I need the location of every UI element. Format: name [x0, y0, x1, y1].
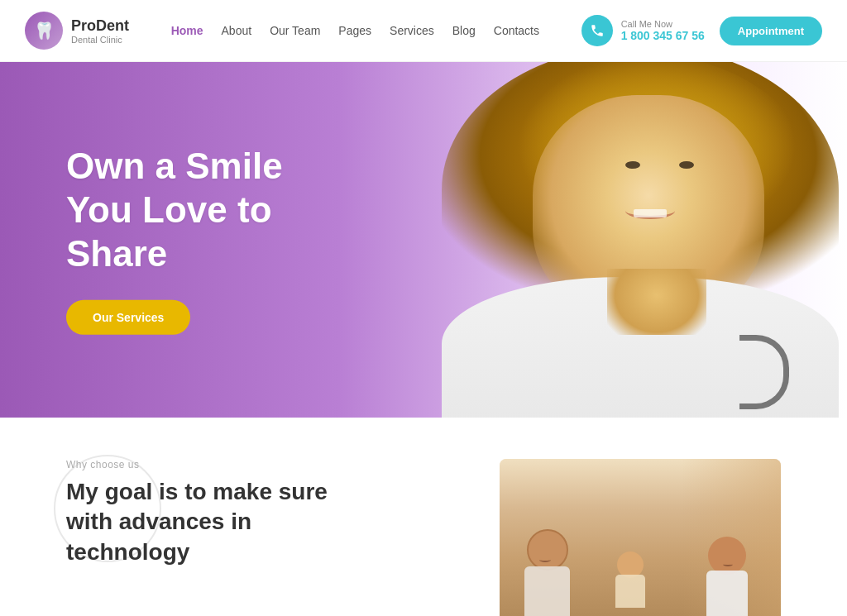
hero-title-line1: Own a Smile: [66, 146, 283, 186]
hero-title-line2: You Love to: [66, 189, 272, 230]
hero-title: Own a Smile You Love to Share: [66, 145, 283, 275]
phone-number: 1 800 345 67 56: [621, 29, 705, 42]
below-heading-line2: with advances in: [66, 509, 251, 534]
header: 🦷 ProDent Dental Clinic Home About Our T…: [0, 0, 847, 62]
below-heading: My goal is to make sure with advances in…: [66, 477, 450, 567]
nav-about[interactable]: About: [222, 24, 252, 37]
why-label: Why choose us: [66, 459, 450, 470]
phone-area: Call Me Now 1 800 345 67 56: [581, 15, 705, 46]
main-nav: Home About Our Team Pages Services Blog …: [171, 24, 539, 37]
hero-section: Own a Smile You Love to Share Our Servic…: [0, 62, 847, 418]
logo-area: 🦷 ProDent Dental Clinic: [25, 12, 129, 50]
brand-subtitle: Dental Clinic: [71, 35, 129, 45]
nav-pages[interactable]: Pages: [338, 24, 371, 37]
logo-icon: 🦷: [25, 12, 63, 50]
nav-services[interactable]: Services: [390, 24, 434, 37]
below-section: Why choose us My goal is to make sure wi…: [0, 418, 847, 616]
appointment-button[interactable]: Appointment: [720, 17, 822, 45]
brand-name: ProDent: [71, 17, 129, 35]
nav-contacts[interactable]: Contacts: [494, 24, 539, 37]
family-photo-container: [500, 459, 781, 616]
below-heading-line1: My goal is to make sure: [66, 479, 328, 504]
nav-our-team[interactable]: Our Team: [270, 24, 320, 37]
header-right: Call Me Now 1 800 345 67 56 Appointment: [581, 15, 822, 46]
call-label: Call Me Now: [621, 19, 705, 29]
hero-cta-button[interactable]: Our Services: [66, 300, 190, 335]
logo-text: ProDent Dental Clinic: [71, 17, 129, 45]
hero-title-line3: Share: [66, 232, 167, 273]
below-heading-line3: technology: [66, 539, 189, 565]
nav-home[interactable]: Home: [171, 24, 203, 37]
nav-blog[interactable]: Blog: [452, 24, 476, 37]
hero-illustration: [339, 62, 847, 418]
phone-icon: [581, 15, 613, 46]
phone-text: Call Me Now 1 800 345 67 56: [621, 19, 705, 42]
hero-content: Own a Smile You Love to Share Our Servic…: [66, 145, 283, 335]
below-left: Why choose us My goal is to make sure wi…: [66, 459, 450, 567]
